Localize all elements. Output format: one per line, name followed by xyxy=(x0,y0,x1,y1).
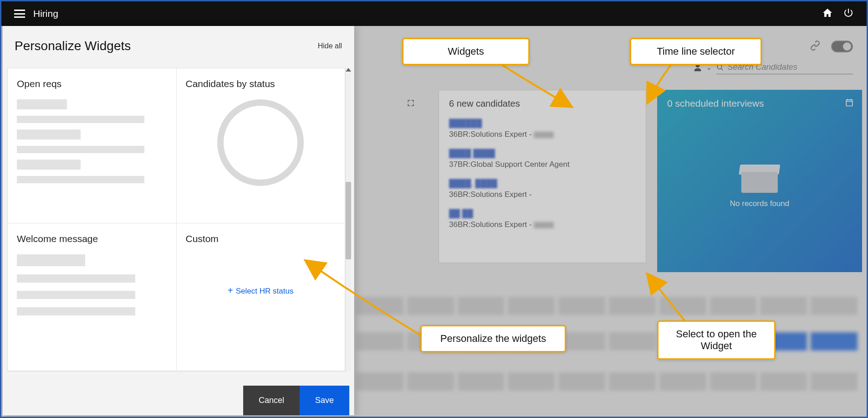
modal-title: Personalize Widgets xyxy=(15,39,131,53)
plus-icon: + xyxy=(228,285,233,295)
blurred-row xyxy=(357,297,858,315)
scrollbar[interactable] xyxy=(346,68,351,372)
widget-tile-welcome-message[interactable]: Welcome message xyxy=(8,223,177,371)
tile-title: Welcome message xyxy=(17,233,167,244)
app-title: Hiring xyxy=(33,8,58,19)
topbar: Hiring xyxy=(1,1,867,26)
tile-title: Candidates by status xyxy=(186,78,336,89)
candidate-row[interactable]: ██████36BR:Solutions Expert - xyxy=(449,119,636,139)
donut-placeholder-icon xyxy=(217,99,304,186)
widget-title: 6 new candidates xyxy=(449,98,636,109)
calendar-icon[interactable] xyxy=(845,98,854,109)
select-hr-status-link[interactable]: +Select HR status xyxy=(186,285,336,296)
widget-new-candidates: 6 new candidates ██████36BR:Solutions Ex… xyxy=(439,90,646,263)
blurred-row xyxy=(357,372,858,391)
save-button[interactable]: Save xyxy=(300,386,349,415)
candidate-row[interactable]: ████ ████37BR:Global Support Center Agen… xyxy=(449,149,636,169)
empty-state: No records found xyxy=(730,167,789,208)
link-icon[interactable] xyxy=(809,40,821,53)
callout-timeline: Time line selector xyxy=(630,38,762,65)
power-icon[interactable] xyxy=(843,7,854,20)
candidate-row[interactable]: ████, ████36BR:Solutions Expert - xyxy=(449,179,636,199)
widget-title: 0 scheduled interviews xyxy=(667,98,852,109)
hamburger-icon[interactable] xyxy=(14,10,25,18)
personalize-widgets-panel: Personalize Widgets Hide all Open reqs C… xyxy=(3,26,354,415)
widget-tile-open-reqs[interactable]: Open reqs xyxy=(8,68,177,223)
widget-tile-candidates-by-status[interactable]: Candidates by status xyxy=(177,68,346,223)
callout-widgets: Widgets xyxy=(402,38,530,65)
home-icon[interactable] xyxy=(822,7,833,20)
tile-title: Open reqs xyxy=(17,78,167,89)
empty-box-icon xyxy=(741,167,778,192)
cancel-button[interactable]: Cancel xyxy=(243,386,300,415)
callout-open-widget: Select to open the Widget xyxy=(657,320,776,360)
widget-tile-custom[interactable]: Custom +Select HR status xyxy=(177,223,346,371)
callout-personalize: Personalize the widgets xyxy=(420,325,566,352)
hide-all-link[interactable]: Hide all xyxy=(318,42,342,50)
candidate-row[interactable]: ██ ██36BR:Solutions Expert - xyxy=(449,209,636,229)
toggle-switch[interactable] xyxy=(831,41,853,52)
expand-icon[interactable] xyxy=(406,98,415,109)
tile-title: Custom xyxy=(186,233,336,244)
widget-scheduled-interviews: 0 scheduled interviews No records found xyxy=(657,90,862,272)
